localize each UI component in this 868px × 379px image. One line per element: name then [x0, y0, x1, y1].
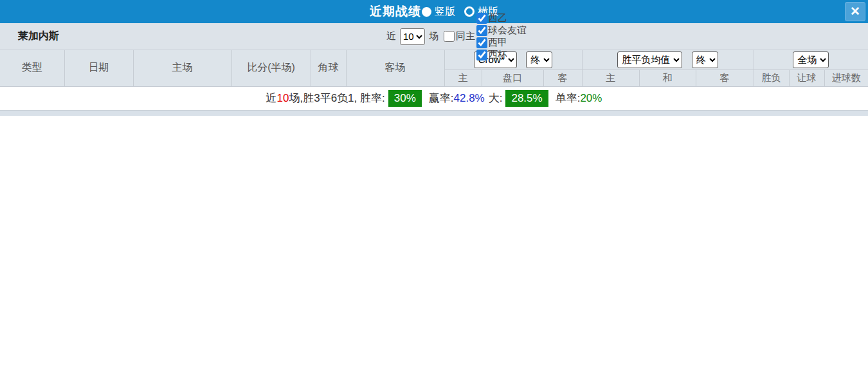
big-label: 大: — [489, 91, 503, 106]
summary-near-label: 近 — [266, 91, 277, 106]
same-home-label: 同主 — [456, 30, 475, 42]
single-rate-value: 20% — [580, 92, 602, 105]
summary-record: 场,胜3平6负1, 胜率: — [289, 91, 384, 106]
league-checkbox-label: 西甲 — [488, 37, 507, 49]
league-checkbox-label: 西乙 — [488, 12, 507, 24]
league-checkbox[interactable] — [476, 37, 487, 48]
subheader-odds-home: 主 — [444, 69, 482, 86]
team-name: 莱加内斯 — [18, 30, 59, 43]
avg-select[interactable]: 胜平负均值 — [617, 51, 682, 68]
league-filter: 西甲 — [475, 37, 527, 49]
single-rate-label: 单率: — [556, 91, 581, 106]
league-checkbox-label: 球会友谊 — [488, 24, 527, 37]
win-rate-badge: 30% — [388, 90, 422, 107]
filterbar: 莱加内斯 近 10 场 同主 西乙球会友谊西甲西杯 — [0, 23, 868, 50]
league-checkbox-label: 西杯 — [488, 49, 507, 61]
header-home: 主场 — [133, 50, 231, 86]
league-filter: 西乙 — [475, 12, 527, 24]
subheader-avg-draw: 和 — [639, 69, 696, 86]
header-score: 比分(半场) — [231, 50, 311, 86]
close-icon[interactable]: ✕ — [845, 2, 865, 21]
win-odds-label: 赢率: — [429, 91, 454, 106]
result-group-header: 全场 — [754, 50, 868, 69]
near-label: 近 — [386, 30, 396, 42]
subheader-goals: 进球数 — [824, 69, 868, 86]
header-type: 类型 — [0, 50, 64, 86]
league-filter: 球会友谊 — [475, 24, 527, 37]
win-odds-value: 42.8% — [454, 92, 485, 105]
big-rate-badge: 28.5% — [505, 90, 548, 107]
summary-bar: 近10场,胜3平6负1, 胜率: 30% 赢率:42.8% 大: 28.5% 单… — [0, 87, 868, 110]
odds-final-select[interactable]: 终 — [526, 51, 552, 68]
subheader-odds-away: 客 — [543, 69, 582, 86]
bottom-strip — [0, 110, 868, 116]
summary-count: 10 — [277, 92, 289, 105]
matches-count-select[interactable]: 10 — [400, 28, 425, 45]
header-date: 日期 — [64, 50, 133, 86]
subheader-avg-home: 主 — [582, 69, 639, 86]
league-filter: 西杯 — [475, 49, 527, 61]
league-filters: 西乙球会友谊西甲西杯 — [475, 12, 527, 61]
subheader-wdl: 胜负 — [754, 69, 789, 86]
subheader-avg-away: 客 — [696, 69, 754, 86]
same-home-checkbox[interactable] — [444, 31, 455, 42]
avg-final-select[interactable]: 终 — [692, 51, 718, 68]
header-corner: 角球 — [311, 50, 346, 86]
matches-label: 场 — [429, 30, 439, 42]
avg-group-header: 胜平负均值 终 — [582, 50, 754, 69]
fulltime-select[interactable]: 全场 — [793, 51, 829, 68]
filter-controls: 近 10 场 同主 西乙球会友谊西甲西杯 — [386, 12, 527, 61]
league-checkbox[interactable] — [476, 50, 487, 60]
league-checkbox[interactable] — [476, 13, 487, 24]
subheader-handicap-result: 让球 — [789, 69, 824, 86]
league-checkbox[interactable] — [476, 25, 487, 36]
subheader-handicap: 盘口 — [482, 69, 543, 86]
